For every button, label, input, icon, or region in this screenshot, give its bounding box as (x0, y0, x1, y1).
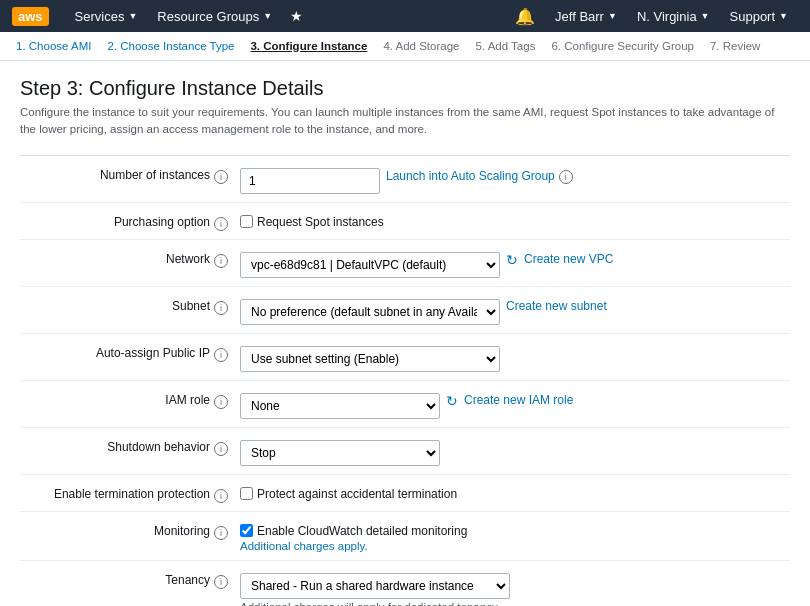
page-description: Configure the instance to suit your requ… (20, 104, 790, 139)
info-icon-public-ip[interactable]: i (214, 348, 228, 362)
value-public-ip: Use subnet setting (Enable) (240, 342, 790, 372)
refresh-network-icon[interactable]: ↻ (506, 252, 518, 268)
info-icon-termination[interactable]: i (214, 489, 228, 503)
termination-checkbox[interactable] (240, 487, 253, 500)
value-termination: Protect against accidental termination (240, 483, 790, 501)
nav-right: 🔔 Jeff Barr ▼ N. Virginia ▼ Support ▼ (505, 0, 798, 32)
shutdown-select[interactable]: Stop (240, 440, 440, 466)
value-tenancy: Shared - Run a shared hardware instance … (240, 569, 790, 607)
region-menu[interactable]: N. Virginia ▼ (627, 0, 720, 32)
label-tenancy: Tenancy i (20, 569, 240, 589)
step-wizard: 1. Choose AMI 2. Choose Instance Type 3.… (0, 32, 810, 61)
info-icon-iam-role[interactable]: i (214, 395, 228, 409)
main-content: Step 3: Configure Instance Details Confi… (0, 61, 810, 606)
row-purchasing: Purchasing option i Request Spot instanc… (20, 203, 790, 240)
aws-logo[interactable]: aws (12, 7, 49, 26)
value-instances: Launch into Auto Scaling Group i (240, 164, 790, 194)
create-iam-role-link[interactable]: Create new IAM role (464, 393, 573, 407)
auto-scaling-link[interactable]: Launch into Auto Scaling Group i (386, 168, 573, 184)
create-subnet-link[interactable]: Create new subnet (506, 299, 607, 313)
termination-checkbox-label[interactable]: Protect against accidental termination (240, 487, 457, 501)
row-shutdown: Shutdown behavior i Stop (20, 428, 790, 475)
label-network: Network i (20, 248, 240, 268)
support-menu[interactable]: Support ▼ (720, 0, 798, 32)
row-termination: Enable termination protection i Protect … (20, 475, 790, 512)
subnet-select[interactable]: No preference (default subnet in any Ava… (240, 299, 500, 325)
value-shutdown: Stop (240, 436, 790, 466)
page-title: Step 3: Configure Instance Details (20, 77, 790, 100)
configure-form: Number of instances i Launch into Auto S… (20, 155, 790, 607)
tenancy-select[interactable]: Shared - Run a shared hardware instance (240, 573, 510, 599)
label-subnet: Subnet i (20, 295, 240, 315)
row-subnet: Subnet i No preference (default subnet i… (20, 287, 790, 334)
label-purchasing: Purchasing option i (20, 211, 240, 231)
iam-role-select[interactable]: None (240, 393, 440, 419)
step-7: 7. Review (710, 40, 761, 52)
instances-input[interactable] (240, 168, 380, 194)
monitoring-checkbox[interactable] (240, 524, 253, 537)
label-termination: Enable termination protection i (20, 483, 240, 503)
resource-groups-menu[interactable]: Resource Groups ▼ (147, 0, 282, 32)
tenancy-subtext: Additional charges will apply for dedica… (240, 601, 510, 607)
label-monitoring: Monitoring i (20, 520, 240, 540)
step-3[interactable]: 3. Configure Instance (250, 40, 367, 52)
value-monitoring: Enable CloudWatch detailed monitoring Ad… (240, 520, 790, 552)
user-menu[interactable]: Jeff Barr ▼ (545, 0, 627, 32)
step-5: 5. Add Tags (475, 40, 535, 52)
row-public-ip: Auto-assign Public IP i Use subnet setti… (20, 334, 790, 381)
row-iam-role: IAM role i None ↻ Create new IAM role (20, 381, 790, 428)
monitoring-col: Enable CloudWatch detailed monitoring Ad… (240, 524, 467, 552)
notification-bell[interactable]: 🔔 (505, 7, 545, 26)
favorites-star[interactable]: ★ (282, 8, 311, 24)
info-icon-asg[interactable]: i (559, 170, 573, 184)
services-menu[interactable]: Services ▼ (65, 0, 148, 32)
info-icon-monitoring[interactable]: i (214, 526, 228, 540)
row-tenancy: Tenancy i Shared - Run a shared hardware… (20, 561, 790, 607)
spot-instances-checkbox[interactable] (240, 215, 253, 228)
label-public-ip: Auto-assign Public IP i (20, 342, 240, 362)
chevron-down-icon: ▼ (263, 11, 272, 21)
label-shutdown: Shutdown behavior i (20, 436, 240, 456)
spot-instances-checkbox-label[interactable]: Request Spot instances (240, 215, 384, 229)
tenancy-col: Shared - Run a shared hardware instance … (240, 573, 510, 607)
info-icon-purchasing[interactable]: i (214, 217, 228, 231)
value-subnet: No preference (default subnet in any Ava… (240, 295, 790, 325)
chevron-down-icon: ▼ (128, 11, 137, 21)
chevron-down-icon: ▼ (779, 11, 788, 21)
create-vpc-link[interactable]: Create new VPC (524, 252, 613, 266)
monitoring-charges-link[interactable]: Additional charges apply. (240, 540, 467, 552)
value-iam-role: None ↻ Create new IAM role (240, 389, 790, 419)
label-iam-role: IAM role i (20, 389, 240, 409)
top-navigation: aws Services ▼ Resource Groups ▼ ★ 🔔 Jef… (0, 0, 810, 32)
value-network: vpc-e68d9c81 | DefaultVPC (default) ↻ Cr… (240, 248, 790, 278)
step-6: 6. Configure Security Group (551, 40, 694, 52)
info-icon-network[interactable]: i (214, 254, 228, 268)
info-icon-shutdown[interactable]: i (214, 442, 228, 456)
refresh-iam-icon[interactable]: ↻ (446, 393, 458, 409)
step-1[interactable]: 1. Choose AMI (16, 40, 91, 52)
network-select[interactable]: vpc-e68d9c81 | DefaultVPC (default) (240, 252, 500, 278)
info-icon-subnet[interactable]: i (214, 301, 228, 315)
info-icon-tenancy[interactable]: i (214, 575, 228, 589)
row-network: Network i vpc-e68d9c81 | DefaultVPC (def… (20, 240, 790, 287)
info-icon-instances[interactable]: i (214, 170, 228, 184)
step-2[interactable]: 2. Choose Instance Type (107, 40, 234, 52)
public-ip-select[interactable]: Use subnet setting (Enable) (240, 346, 500, 372)
row-monitoring: Monitoring i Enable CloudWatch detailed … (20, 512, 790, 561)
label-instances: Number of instances i (20, 164, 240, 184)
step-4: 4. Add Storage (383, 40, 459, 52)
chevron-down-icon: ▼ (701, 11, 710, 21)
chevron-down-icon: ▼ (608, 11, 617, 21)
row-instances: Number of instances i Launch into Auto S… (20, 156, 790, 203)
monitoring-checkbox-label[interactable]: Enable CloudWatch detailed monitoring (240, 524, 467, 538)
value-purchasing: Request Spot instances (240, 211, 790, 229)
